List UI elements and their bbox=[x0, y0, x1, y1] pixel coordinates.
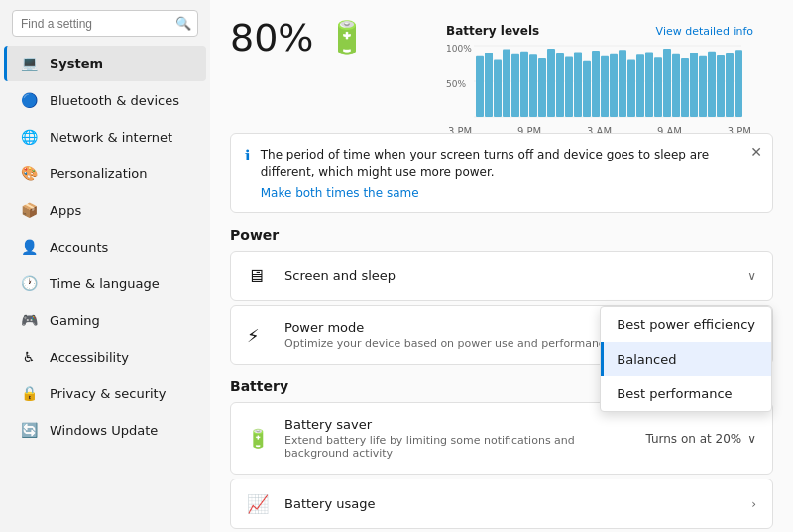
sidebar-label-privacy: Privacy & security bbox=[50, 386, 166, 401]
battery-saver-card: 🔋 Battery saver Extend battery life by l… bbox=[230, 402, 773, 475]
sidebar-item-apps[interactable]: 📦Apps bbox=[4, 192, 206, 228]
svg-rect-21 bbox=[619, 50, 626, 117]
battery-saver-label: Battery saver bbox=[284, 417, 631, 432]
option-best-performance[interactable]: Best performance bbox=[601, 376, 771, 411]
info-text: The period of time when your screen turn… bbox=[261, 148, 709, 179]
svg-rect-6 bbox=[485, 53, 493, 117]
windows-update-icon: 🔄 bbox=[20, 421, 38, 439]
chart-title: Battery levels bbox=[446, 24, 539, 38]
sidebar-label-accounts: Accounts bbox=[50, 240, 108, 255]
sidebar-label-accessibility: Accessibility bbox=[50, 350, 129, 365]
battery-saver-icon: 🔋 bbox=[247, 428, 271, 449]
info-content: The period of time when your screen turn… bbox=[261, 146, 758, 200]
svg-rect-25 bbox=[654, 57, 662, 117]
sidebar-label-windows-update: Windows Update bbox=[50, 423, 158, 438]
chart-link[interactable]: View detailed info bbox=[656, 25, 753, 38]
top-section: 80% 🔋 Battery levels View detailed info … bbox=[230, 16, 773, 125]
sidebar: 🔍 💻System🔵Bluetooth & devices🌐Network & … bbox=[0, 0, 210, 532]
svg-rect-26 bbox=[663, 49, 671, 117]
personalization-icon: 🎨 bbox=[20, 164, 38, 182]
svg-rect-16 bbox=[574, 52, 582, 117]
svg-rect-5 bbox=[476, 56, 484, 117]
power-mode-icon: ⚡ bbox=[247, 325, 271, 346]
svg-rect-10 bbox=[520, 52, 528, 117]
info-icon: ℹ️ bbox=[245, 147, 251, 164]
svg-rect-17 bbox=[583, 61, 591, 117]
svg-rect-13 bbox=[547, 49, 555, 117]
sidebar-item-windows-update[interactable]: 🔄Windows Update bbox=[4, 412, 206, 448]
sidebar-item-network[interactable]: 🌐Network & internet bbox=[4, 119, 206, 155]
svg-rect-29 bbox=[690, 53, 698, 117]
battery-saver-value: Turns on at 20% ∨ bbox=[645, 432, 756, 446]
option-balanced[interactable]: Balanced bbox=[601, 342, 771, 376]
screen-sleep-label: Screen and sleep bbox=[284, 268, 734, 283]
accounts-icon: 👤 bbox=[20, 238, 38, 256]
gaming-icon: 🎮 bbox=[20, 311, 38, 329]
sidebar-item-accounts[interactable]: 👤Accounts bbox=[4, 229, 206, 265]
svg-rect-28 bbox=[681, 58, 689, 117]
search-input[interactable] bbox=[21, 17, 170, 31]
sidebar-item-bluetooth[interactable]: 🔵Bluetooth & devices bbox=[4, 82, 206, 118]
power-mode-dropdown: Best power efficiency Balanced Best perf… bbox=[600, 306, 772, 412]
svg-text:50%: 50% bbox=[446, 79, 466, 89]
sidebar-label-bluetooth: Bluetooth & devices bbox=[50, 93, 179, 108]
main-content: 80% 🔋 Battery levels View detailed info … bbox=[210, 0, 793, 532]
sidebar-item-gaming[interactable]: 🎮Gaming bbox=[4, 302, 206, 338]
battery-percent: 80% bbox=[230, 16, 313, 59]
battery-saver-desc: Extend battery life by limiting some not… bbox=[284, 434, 631, 460]
screen-icon: 🖥 bbox=[247, 266, 271, 286]
info-link[interactable]: Make both times the same bbox=[261, 186, 758, 200]
bluetooth-icon: 🔵 bbox=[20, 91, 38, 109]
search-box[interactable]: 🔍 bbox=[12, 10, 198, 37]
chevron-right-icon: › bbox=[751, 497, 756, 511]
sidebar-label-personalization: Personalization bbox=[50, 166, 148, 181]
svg-rect-22 bbox=[627, 59, 635, 117]
svg-rect-23 bbox=[636, 54, 644, 117]
power-mode-card: ⚡ Power mode Optimize your device based … bbox=[230, 305, 773, 365]
svg-rect-33 bbox=[726, 53, 734, 117]
sidebar-label-gaming: Gaming bbox=[50, 313, 100, 328]
sidebar-item-system[interactable]: 💻System bbox=[4, 46, 206, 81]
option-best-efficiency[interactable]: Best power efficiency bbox=[601, 307, 771, 342]
svg-rect-12 bbox=[538, 58, 546, 117]
power-section-title: Power bbox=[230, 227, 773, 243]
svg-rect-30 bbox=[699, 56, 707, 117]
svg-text:100%: 100% bbox=[446, 44, 472, 53]
screen-sleep-row[interactable]: 🖥 Screen and sleep ∨ bbox=[231, 252, 772, 300]
battery-usage-row[interactable]: 📈 Battery usage › bbox=[231, 479, 772, 528]
svg-rect-24 bbox=[645, 52, 653, 117]
close-icon[interactable]: ✕ bbox=[750, 144, 762, 160]
sidebar-label-time: Time & language bbox=[50, 276, 160, 291]
time-icon: 🕐 bbox=[20, 274, 38, 292]
sidebar-item-accessibility[interactable]: ♿Accessibility bbox=[4, 339, 206, 374]
chart-area: Battery levels View detailed info 100% 5… bbox=[446, 24, 753, 137]
svg-rect-20 bbox=[610, 54, 618, 117]
svg-rect-15 bbox=[565, 57, 573, 117]
battery-icon: 🔋 bbox=[327, 19, 367, 56]
svg-rect-19 bbox=[601, 56, 609, 117]
svg-rect-34 bbox=[735, 50, 742, 117]
sidebar-label-system: System bbox=[50, 56, 103, 71]
svg-rect-18 bbox=[592, 51, 600, 117]
screen-sleep-card: 🖥 Screen and sleep ∨ bbox=[230, 251, 773, 301]
chevron-down-icon: ∨ bbox=[747, 432, 756, 446]
privacy-icon: 🔒 bbox=[20, 384, 38, 402]
sidebar-item-time[interactable]: 🕐Time & language bbox=[4, 266, 206, 301]
sidebar-label-network: Network & internet bbox=[50, 130, 172, 145]
nav-list: 💻System🔵Bluetooth & devices🌐Network & in… bbox=[0, 45, 210, 449]
sidebar-label-apps: Apps bbox=[50, 203, 81, 218]
search-icon: 🔍 bbox=[175, 16, 191, 31]
system-icon: 💻 bbox=[20, 54, 38, 72]
svg-rect-7 bbox=[494, 59, 502, 117]
network-icon: 🌐 bbox=[20, 128, 38, 146]
chevron-down-icon: ∨ bbox=[747, 269, 756, 283]
info-box: ℹ️ The period of time when your screen t… bbox=[230, 133, 773, 213]
sidebar-item-personalization[interactable]: 🎨Personalization bbox=[4, 156, 206, 191]
svg-rect-32 bbox=[717, 55, 725, 117]
sidebar-item-privacy[interactable]: 🔒Privacy & security bbox=[4, 375, 206, 411]
svg-rect-31 bbox=[708, 52, 716, 117]
apps-icon: 📦 bbox=[20, 201, 38, 219]
battery-saver-row[interactable]: 🔋 Battery saver Extend battery life by l… bbox=[231, 403, 772, 474]
battery-chart: 100% 50% bbox=[446, 42, 743, 121]
battery-usage-label: Battery usage bbox=[284, 496, 737, 511]
